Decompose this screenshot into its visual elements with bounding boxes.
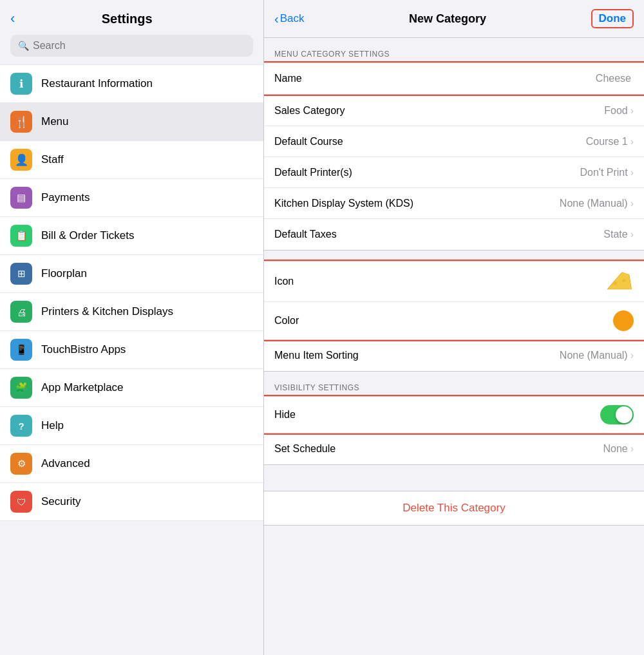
sidebar-item-bill-order-tickets[interactable]: 📋 Bill & Order Tickets (0, 217, 263, 255)
back-chevron-icon: ‹ (274, 12, 279, 26)
icon-color-group: Icon Color (264, 261, 644, 340)
left-panel: ‹ Settings 🔍 ℹ Restaurant Information 🍴 … (0, 0, 264, 655)
set-schedule-label: Set Schedule (274, 443, 603, 455)
payments-icon: ▤ (10, 187, 32, 209)
svg-point-2 (612, 281, 617, 285)
svg-point-3 (623, 279, 626, 281)
right-content: MENU CATEGORY SETTINGS Name Cheese Sales… (264, 38, 644, 655)
name-label: Name (274, 73, 596, 84)
chevron-right-icon: › (630, 198, 634, 209)
back-label: Back (280, 12, 305, 25)
bottom-spacer (264, 526, 644, 545)
color-row[interactable]: Color (264, 302, 644, 339)
icon-label: Icon (274, 276, 605, 287)
sidebar-item-label: Restaurant Information (41, 77, 153, 90)
help-icon: ? (10, 415, 32, 437)
search-input[interactable] (33, 40, 245, 52)
section-header-visibility: VISIBILITY SETTINGS (264, 372, 644, 396)
search-bar[interactable]: 🔍 (10, 35, 253, 57)
sidebar-item-restaurant-information[interactable]: ℹ Restaurant Information (0, 64, 263, 103)
sidebar-item-printers-kitchen-displays[interactable]: 🖨 Printers & Kitchen Displays (0, 293, 263, 331)
menu-icon: 🍴 (10, 111, 32, 133)
sidebar-item-label: Printers & Kitchen Displays (41, 305, 173, 318)
sidebar-item-floorplan[interactable]: ⊞ Floorplan (0, 255, 263, 293)
advanced-icon: ⚙ (10, 453, 32, 475)
nav-list: ℹ Restaurant Information 🍴 Menu 👤 Staff … (0, 64, 263, 655)
toggle-track (600, 405, 634, 424)
hide-toggle[interactable] (600, 405, 634, 424)
kds-row[interactable]: Kitchen Display System (KDS) None (Manua… (264, 188, 644, 219)
name-group: Name Cheese (264, 62, 644, 95)
section-header-menu-category: MENU CATEGORY SETTINGS (264, 38, 644, 62)
set-schedule-value: None (603, 443, 627, 455)
hide-settings-group: Hide (264, 396, 644, 433)
delete-label: Delete This Category (402, 502, 505, 515)
chevron-right-icon: › (630, 105, 634, 117)
default-taxes-row[interactable]: Default Taxes State › (264, 219, 644, 250)
staff-icon: 👤 (10, 149, 32, 171)
touchbistro-apps-icon: 📱 (10, 339, 32, 361)
chevron-right-icon: › (630, 350, 634, 361)
default-course-value: Course 1 (586, 136, 628, 147)
sidebar-item-label: Payments (41, 191, 90, 204)
floorplan-icon: ⊞ (10, 263, 32, 285)
default-printers-value: Don't Print (580, 167, 627, 178)
sidebar-item-label: Floorplan (41, 267, 87, 280)
main-settings-group: Sales Category Food › Default Course Cou… (264, 95, 644, 251)
name-settings-group: Name Cheese (264, 62, 644, 95)
settings-title: Settings (20, 12, 234, 26)
app-marketplace-icon: 🧩 (10, 377, 32, 399)
sidebar-item-payments[interactable]: ▤ Payments (0, 179, 263, 217)
security-icon: 🛡 (10, 491, 32, 513)
sorting-group: Menu Item Sorting None (Manual) › (264, 340, 644, 372)
menu-item-sorting-row[interactable]: Menu Item Sorting None (Manual) › (264, 340, 644, 371)
sidebar-item-app-marketplace[interactable]: 🧩 App Marketplace (0, 369, 263, 407)
name-row[interactable]: Name Cheese (264, 63, 644, 94)
sidebar-item-help[interactable]: ? Help (0, 407, 263, 445)
back-chevron-icon[interactable]: ‹ (10, 10, 15, 27)
sidebar-item-security[interactable]: 🛡 Security (0, 483, 263, 521)
restaurant-information-icon: ℹ (10, 73, 32, 95)
spacer (264, 465, 644, 478)
done-button[interactable]: Done (591, 9, 634, 28)
sales-category-label: Sales Category (274, 105, 604, 117)
chevron-right-icon: › (630, 167, 634, 178)
sidebar-item-label: App Marketplace (41, 381, 124, 394)
cheese-icon (605, 270, 634, 293)
hide-label: Hide (274, 409, 600, 421)
default-course-row[interactable]: Default Course Course 1 › (264, 126, 644, 157)
schedule-group: Set Schedule None › (264, 433, 644, 465)
sidebar-item-label: Staff (41, 153, 64, 166)
icon-color-settings-group: Icon Color (264, 261, 644, 340)
sidebar-item-menu[interactable]: 🍴 Menu (0, 103, 263, 141)
name-value: Cheese (596, 73, 631, 84)
default-printers-row[interactable]: Default Printer(s) Don't Print › (264, 157, 644, 188)
menu-item-sorting-value: None (Manual) (560, 350, 628, 361)
search-icon: 🔍 (18, 41, 29, 51)
sales-category-value: Food (604, 105, 627, 117)
sidebar-item-label: Advanced (41, 457, 90, 470)
kds-label: Kitchen Display System (KDS) (274, 198, 560, 209)
printers-icon: 🖨 (10, 301, 32, 323)
hide-row[interactable]: Hide (264, 397, 644, 433)
sidebar-item-touchbistro-apps[interactable]: 📱 TouchBistro Apps (0, 331, 263, 369)
delete-category-button[interactable]: Delete This Category (264, 491, 644, 526)
color-label: Color (274, 315, 613, 327)
page-title: New Category (304, 12, 591, 26)
default-taxes-label: Default Taxes (274, 229, 603, 240)
chevron-right-icon: › (630, 136, 634, 147)
sales-category-row[interactable]: Sales Category Food › (264, 95, 644, 126)
sidebar-item-label: Security (41, 495, 80, 508)
kds-value: None (Manual) (560, 198, 628, 209)
sidebar-item-staff[interactable]: 👤 Staff (0, 141, 263, 179)
back-button[interactable]: ‹ Back (274, 12, 304, 26)
default-taxes-value: State (603, 229, 627, 240)
set-schedule-row[interactable]: Set Schedule None › (264, 433, 644, 464)
chevron-right-icon: › (630, 443, 634, 455)
default-course-label: Default Course (274, 136, 586, 147)
right-panel: ‹ Back New Category Done MENU CATEGORY S… (264, 0, 644, 655)
color-circle (613, 310, 634, 331)
icon-row[interactable]: Icon (264, 261, 644, 302)
sidebar-item-advanced[interactable]: ⚙ Advanced (0, 445, 263, 483)
sidebar-item-label: Help (41, 419, 64, 432)
